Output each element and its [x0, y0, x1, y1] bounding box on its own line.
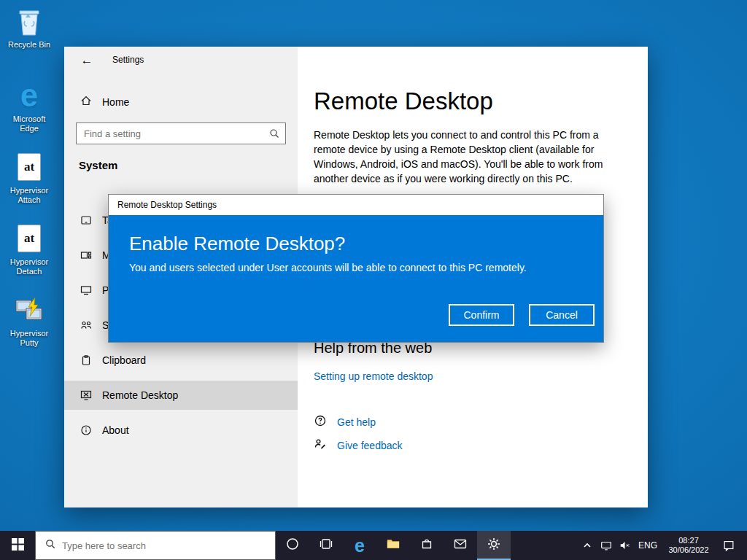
- edge-icon: e: [12, 79, 46, 112]
- clock-date: 30/06/2022: [661, 545, 716, 555]
- window-title: Settings: [112, 55, 144, 65]
- edge-button[interactable]: e: [343, 531, 376, 560]
- give-feedback-link[interactable]: Give feedback: [314, 438, 403, 454]
- file-explorer-button[interactable]: [376, 531, 410, 560]
- putty-icon: [12, 293, 46, 327]
- start-button[interactable]: [0, 531, 35, 560]
- gear-icon: [487, 537, 501, 554]
- cancel-button[interactable]: Cancel: [529, 304, 595, 326]
- desktop-icon-label: Hypervisor Attach: [3, 186, 55, 205]
- dialog-titlebar: Remote Desktop Settings: [109, 195, 603, 215]
- sidebar-item-clipboard[interactable]: Clipboard: [64, 346, 298, 375]
- page-title: Remote Desktop: [314, 88, 493, 115]
- taskbar-spacer: [511, 531, 578, 560]
- dialog-heading: Enable Remote Desktop?: [129, 233, 345, 255]
- language-indicator[interactable]: ENG: [635, 540, 661, 551]
- clipboard-icon: [80, 354, 92, 366]
- at-file-icon: at: [12, 222, 46, 255]
- settings-app-button[interactable]: [477, 531, 511, 560]
- windows-logo-icon: [12, 538, 24, 553]
- task-view-button[interactable]: [309, 531, 343, 560]
- at-file-icon: at: [12, 150, 46, 184]
- remote-desktop-icon: [80, 389, 92, 401]
- settings-search-box[interactable]: [76, 122, 286, 144]
- desktop-icon-microsoft-edge[interactable]: e Microsoft Edge: [1, 79, 57, 133]
- give-feedback-label: Give feedback: [337, 440, 403, 451]
- mail-icon: [453, 537, 468, 554]
- desktop: Recycle Bin e Microsoft Edge at Hypervis…: [0, 0, 747, 560]
- desktop-icon-recycle-bin[interactable]: Recycle Bin: [1, 4, 57, 50]
- volume-muted-icon[interactable]: [616, 531, 635, 560]
- store-button[interactable]: [410, 531, 444, 560]
- sidebar-item-home[interactable]: Home: [64, 89, 298, 115]
- get-help-link[interactable]: Get help: [314, 414, 376, 430]
- clock-time: 08:27: [661, 536, 716, 545]
- dialog-title: Remote Desktop Settings: [117, 200, 217, 210]
- dialog-message: You and users selected under User accoun…: [129, 262, 527, 273]
- page-description: Remote Desktop lets you connect to and c…: [314, 128, 633, 187]
- taskbar: e: [0, 531, 747, 560]
- cortana-icon: [285, 537, 300, 554]
- task-view-icon: [319, 537, 333, 554]
- sidebar-item-remote-desktop[interactable]: Remote Desktop: [64, 381, 298, 410]
- file-explorer-icon: [386, 537, 400, 554]
- desktop-icon-label: Microsoft Edge: [3, 114, 55, 133]
- desktop-icon-label: Hypervisor Detach: [3, 257, 55, 276]
- confirm-button[interactable]: Confirm: [449, 304, 514, 326]
- sidebar-item-label: About: [102, 424, 129, 436]
- taskbar-search-input[interactable]: [62, 540, 259, 551]
- desktop-icon-label: Hypervisor Putty: [3, 329, 55, 348]
- store-icon: [419, 537, 434, 554]
- display-tray-icon[interactable]: [597, 531, 616, 560]
- cortana-button[interactable]: [276, 531, 309, 560]
- get-help-label: Get help: [337, 416, 376, 428]
- feedback-icon: [314, 438, 327, 454]
- edge-icon: e: [355, 537, 365, 555]
- get-help-icon: [314, 414, 327, 430]
- action-center-button[interactable]: [716, 531, 741, 560]
- sidebar-item-about[interactable]: About: [64, 416, 298, 445]
- system-tray: ENG 08:27 30/06/2022: [578, 531, 747, 560]
- settings-search-input[interactable]: [77, 123, 266, 144]
- sidebar-item-label: Home: [102, 96, 129, 108]
- search-icon: [268, 128, 280, 142]
- multitasking-icon: [80, 249, 92, 261]
- desktop-icon-hypervisor-detach[interactable]: at Hypervisor Detach: [1, 222, 57, 276]
- back-button[interactable]: ←: [74, 50, 99, 71]
- desktop-icon-hypervisor-attach[interactable]: at Hypervisor Attach: [1, 150, 57, 205]
- remote-desktop-settings-dialog: Remote Desktop Settings Enable Remote De…: [108, 194, 604, 343]
- mail-button[interactable]: [444, 531, 477, 560]
- sidebar-item-label: Clipboard: [102, 354, 146, 366]
- sidebar-section-header: System: [79, 159, 117, 171]
- taskbar-search-box[interactable]: [35, 531, 276, 560]
- home-icon: [80, 95, 92, 109]
- shared-experiences-icon: [80, 319, 92, 331]
- search-icon: [44, 538, 56, 553]
- clock[interactable]: 08:27 30/06/2022: [661, 536, 716, 555]
- tray-expand-button[interactable]: [578, 531, 597, 560]
- projecting-icon: [80, 284, 92, 296]
- recycle-bin-icon: [12, 4, 46, 38]
- setting-up-remote-desktop-link[interactable]: Setting up remote desktop: [314, 370, 433, 382]
- sidebar-item-label: Remote Desktop: [102, 389, 178, 401]
- about-icon: [80, 424, 92, 436]
- desktop-icon-hypervisor-putty[interactable]: Hypervisor Putty: [1, 293, 57, 348]
- tablet-icon: [80, 214, 92, 226]
- desktop-icon-label: Recycle Bin: [8, 40, 50, 50]
